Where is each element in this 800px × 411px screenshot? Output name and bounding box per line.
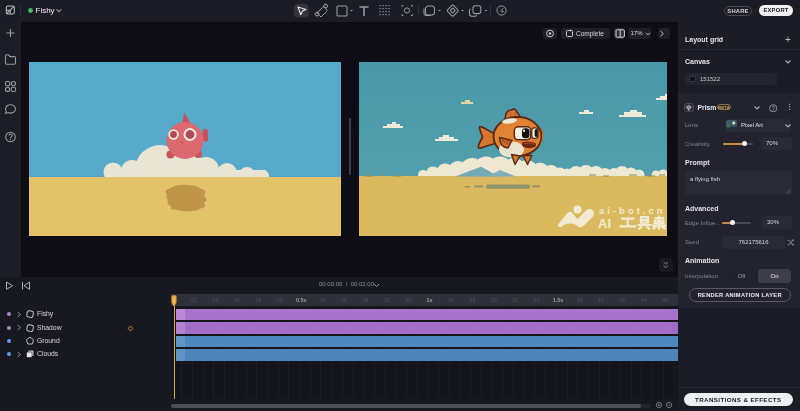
svg-text:Fishy: Fishy bbox=[36, 6, 55, 15]
svg-text:ai-bot.cn: ai-bot.cn bbox=[599, 205, 666, 216]
svg-text:AI: AI bbox=[598, 216, 611, 231]
